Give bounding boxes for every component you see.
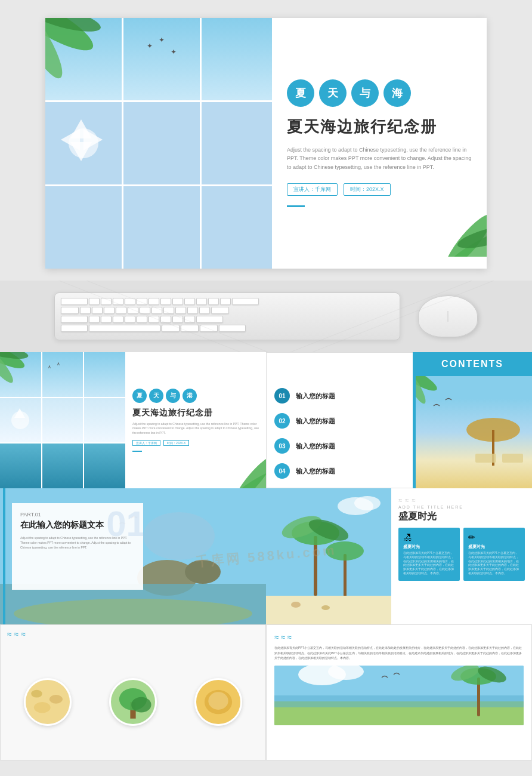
slide-4a-top: ≈ ≈ ≈: [0, 624, 266, 643]
grid-cell-1: [45, 18, 122, 100]
title-bubbles: 夏 天 与 海: [287, 79, 472, 107]
svg-rect-19: [502, 454, 523, 463]
key: [149, 316, 159, 323]
key: [163, 307, 174, 314]
key: [184, 298, 195, 305]
card-2-text: 在此处添加有关此PPT小公墓交互内，与相关联的活动等相关联的活动特点，在此处添加…: [468, 552, 520, 576]
card-1-text: 在此处添加有关此PPT小公墓交互内，与相关联的活动等相关联的活动特点，在此处添加…: [403, 552, 455, 576]
key: [181, 325, 199, 332]
key: [113, 298, 123, 305]
contents-num-4: 04: [274, 463, 290, 479]
hero-meta: 宣讲人：千库网 时间：202X.X: [287, 183, 472, 196]
key: [196, 316, 223, 323]
palm-mini-right: [206, 452, 266, 488]
contents-items: 01 输入您的标题 02 输入您的标题 03 输入您的标题: [266, 376, 413, 488]
palm-mini-left: [0, 352, 42, 391]
key: [128, 307, 138, 314]
hero-accent-line: [287, 205, 305, 207]
svg-rect-35: [266, 596, 391, 624]
key: [208, 298, 219, 305]
svg-rect-18: [475, 454, 496, 463]
key: [219, 325, 246, 332]
key: [172, 298, 183, 305]
key: [140, 307, 150, 314]
svg-point-42: [50, 695, 63, 704]
key: [116, 307, 126, 314]
contents-label-3: 输入您的标题: [296, 442, 335, 451]
grid-cell-5: [123, 102, 200, 184]
wave-4b: ≈ ≈ ≈: [274, 633, 524, 642]
hero-left-grid: [45, 18, 278, 269]
slide-3b: ≈ ≈ ≈ ADD THE TITLE HERE 盛夏时光 🏖 盛夏时光 在此处…: [266, 488, 532, 624]
grid-cell-3: [202, 18, 278, 100]
contents-label-4: 输入您的标题: [296, 467, 335, 476]
summer-cn-title: 盛夏时光: [398, 510, 525, 523]
hero-subtitle: Adjust the spacing to adapt to Chinese t…: [287, 146, 472, 171]
mini-cell: [0, 398, 41, 443]
key: [125, 298, 135, 305]
summer-cards: 🏖 盛夏时光 在此处添加有关此PPT小公墓交互内，与相关联的活动等相关联的活动特…: [398, 528, 525, 581]
grid-cell-6: [202, 102, 278, 184]
contents-item-4: 04 输入您的标题: [274, 463, 404, 479]
key: [101, 298, 112, 305]
circles-row: [0, 643, 266, 760]
card-1-title: 盛夏时光: [403, 544, 455, 550]
slide-4b-text: 在此处添加有关此PPT小公墓交互内，与相关联的活动等相关联的活动特点，在此处添加…: [274, 645, 524, 661]
slide-3b-photo: [266, 488, 391, 624]
mini-cell: [42, 444, 83, 488]
keyboard: [54, 292, 400, 340]
slide-3a-blue-bar: [3, 488, 5, 624]
bubble-3: 海: [383, 79, 411, 107]
key: [104, 307, 115, 314]
contents-item-2: 02 输入您的标题: [274, 413, 404, 429]
card-2-icon: ✏: [468, 532, 520, 542]
time-tag: 时间：202X.X: [344, 183, 391, 196]
mini-cell: [84, 444, 125, 488]
mini-bubble-0: 夏: [132, 389, 147, 403]
hero-slide: ✦ ✦ ✦ 夏 天 与 海 夏天海边旅行纪念册 Adjust the spaci…: [45, 18, 487, 269]
mouse-line: [448, 311, 449, 322]
slide2a-accent-line: [132, 451, 142, 452]
card-2-title: 盛夏时光: [468, 544, 520, 550]
circle-2: [109, 678, 157, 726]
grid-cell-8: [123, 186, 200, 269]
hero-title: 夏天海边旅行纪念册: [287, 116, 472, 137]
contents-label-1: 输入您的标题: [296, 392, 335, 401]
presenter-tag: 宣讲人：千库网: [287, 183, 338, 196]
key: [151, 307, 162, 314]
svg-point-43: [32, 690, 43, 698]
mouse: [418, 295, 478, 337]
key: [61, 325, 88, 332]
svg-rect-53: [274, 695, 524, 707]
bottom-section: 千库网 588ku.com: [0, 352, 532, 760]
svg-point-25: [185, 560, 221, 584]
svg-point-23: [143, 512, 215, 560]
palm-leaf-contents: [416, 376, 451, 412]
svg-point-50: [208, 692, 228, 710]
summer-card-1: 🏖 盛夏时光 在此处添加有关此PPT小公墓交互内，与相关联的活动等相关联的活动特…: [398, 528, 460, 581]
slides-row-3: PART.01 01 在此输入您的标题文本 Adjust the spacing…: [0, 488, 532, 624]
key: [162, 325, 180, 332]
bird-3: ✦: [171, 48, 177, 56]
mini-bubble-3: 港: [183, 389, 197, 403]
key: [199, 307, 210, 314]
svg-point-39: [354, 496, 381, 510]
bird-1: ✦: [147, 42, 153, 50]
contents-item-1: 01 输入您的标题: [274, 388, 404, 404]
slide2a-title: 夏天海边旅行纪念册: [132, 408, 259, 418]
key: [92, 307, 103, 314]
circle-3: [194, 678, 242, 726]
svg-point-36: [291, 602, 301, 608]
bubble-1: 天: [319, 79, 347, 107]
keyboard-section: [0, 281, 532, 352]
slide-2a: 夏 天 与 港 夏天海边旅行纪念册 Adjust the spacing to …: [0, 352, 266, 488]
beach-palm-scene: [266, 488, 391, 624]
svg-rect-40: [26, 680, 70, 724]
slide-4b: ≈ ≈ ≈ 在此处添加有关此PPT小公墓交互内，与相关联的活动等相关联的活动特点…: [266, 624, 532, 760]
slide2a-time: 时间：202X.X: [163, 440, 189, 446]
key: [61, 298, 88, 305]
slides-row-4: ≈ ≈ ≈: [0, 624, 532, 760]
slide2a-meta: 宣讲人：千库网 时间：202X.X: [132, 440, 259, 446]
key: [175, 307, 186, 314]
key: [184, 316, 195, 323]
